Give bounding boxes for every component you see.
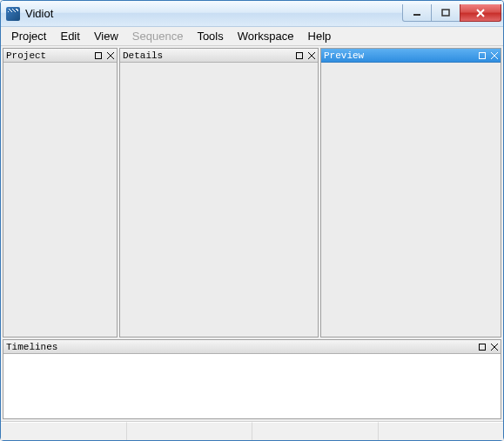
dock-icon (479, 52, 486, 59)
close-button[interactable] (460, 4, 501, 22)
timelines-panel-close-button[interactable] (488, 341, 501, 353)
status-cell-3 (252, 422, 379, 440)
app-window: Vidiot Project Edit View Sequence Tools … (0, 0, 504, 441)
top-panels-row: Project Details (3, 48, 501, 337)
maximize-button[interactable] (431, 4, 460, 22)
status-cell-4 (379, 422, 504, 440)
status-cell-1 (1, 422, 127, 440)
timelines-panel-dock-button[interactable] (476, 341, 488, 353)
preview-panel-title: Preview (324, 50, 476, 61)
timelines-panel: Timelines (3, 339, 501, 419)
svg-rect-10 (480, 52, 486, 58)
project-panel-dock-button[interactable] (92, 50, 104, 62)
menu-project[interactable]: Project (4, 28, 53, 44)
timelines-panel-header[interactable]: Timelines (3, 340, 501, 354)
dock-icon (479, 344, 486, 351)
app-icon (6, 7, 20, 21)
statusbar (1, 421, 503, 440)
preview-panel-body[interactable] (321, 63, 501, 337)
details-panel: Details (119, 48, 319, 337)
minimize-icon (413, 10, 421, 17)
window-title: Vidiot (25, 7, 403, 20)
details-panel-dock-button[interactable] (293, 50, 306, 62)
menu-tools[interactable]: Tools (190, 28, 230, 44)
svg-rect-4 (96, 52, 102, 58)
dock-icon (296, 52, 303, 59)
menu-help[interactable]: Help (301, 28, 339, 44)
status-cell-2 (127, 422, 253, 440)
minimize-button[interactable] (402, 4, 432, 22)
menu-edit[interactable]: Edit (53, 28, 86, 44)
project-panel-body[interactable] (3, 63, 117, 337)
project-panel: Project (3, 48, 118, 337)
close-icon (491, 344, 498, 351)
timelines-panel-title: Timelines (6, 342, 476, 352)
svg-rect-13 (480, 344, 486, 350)
preview-panel-header[interactable]: Preview (321, 49, 501, 63)
maximize-icon (441, 9, 450, 17)
menu-workspace[interactable]: Workspace (231, 28, 301, 44)
svg-rect-1 (442, 10, 449, 16)
dock-icon (95, 52, 102, 59)
project-panel-header[interactable]: Project (3, 49, 117, 63)
svg-rect-7 (297, 52, 303, 58)
menubar: Project Edit View Sequence Tools Workspa… (1, 27, 503, 46)
menu-sequence: Sequence (125, 28, 191, 44)
window-controls (403, 4, 501, 22)
client-area: Project Details (1, 46, 503, 421)
details-panel-body[interactable] (120, 63, 318, 337)
preview-panel-dock-button[interactable] (476, 50, 488, 62)
preview-panel-close-button[interactable] (488, 50, 501, 62)
close-icon (475, 9, 486, 17)
timelines-panel-body[interactable] (3, 354, 501, 418)
close-icon (308, 52, 315, 59)
close-icon (107, 52, 114, 59)
details-panel-close-button[interactable] (306, 50, 318, 62)
details-panel-title: Details (123, 50, 293, 61)
menu-view[interactable]: View (87, 28, 125, 44)
project-panel-close-button[interactable] (104, 50, 117, 62)
preview-panel: Preview (320, 48, 501, 337)
close-icon (491, 52, 498, 59)
titlebar[interactable]: Vidiot (1, 1, 503, 27)
details-panel-header[interactable]: Details (120, 49, 318, 63)
project-panel-title: Project (6, 50, 92, 61)
